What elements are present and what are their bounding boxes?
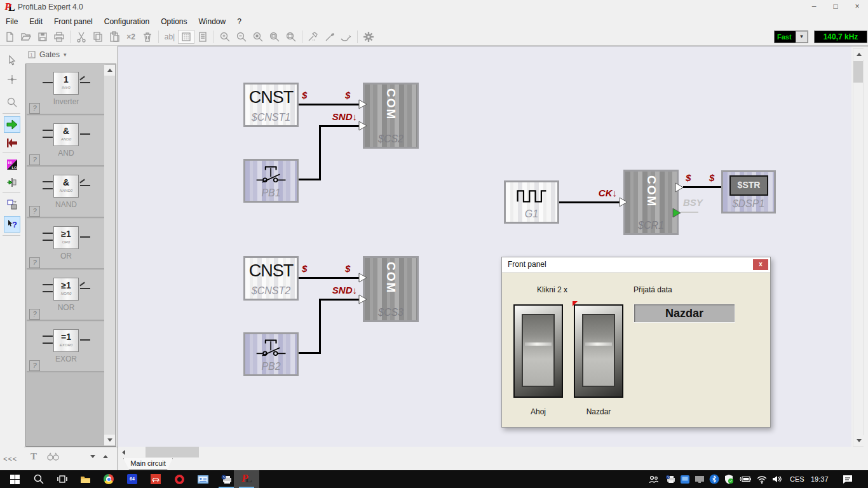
chrome-icon[interactable] <box>99 470 118 488</box>
front-panel-close-button[interactable]: x <box>753 259 768 270</box>
volume-icon[interactable] <box>769 470 785 488</box>
palette-item-nor[interactable]: ≥1 NOR0 NOR ? <box>27 270 105 321</box>
move-up-icon[interactable] <box>103 455 108 458</box>
datasheet-icon[interactable] <box>194 30 211 44</box>
floppy64-app-icon[interactable]: 64 <box>123 470 142 488</box>
palette-item-nand[interactable]: & NAND0 NAND ? <box>27 167 105 218</box>
block-dsp1[interactable]: $STR $DSP1 <box>721 170 776 214</box>
red-app-icon[interactable] <box>146 470 165 488</box>
palette-header[interactable]: 1 Gates ▾ <box>24 46 118 64</box>
scroll-down-icon[interactable] <box>853 435 864 446</box>
move-down-icon[interactable] <box>90 455 95 458</box>
menu-file[interactable]: File <box>0 15 24 28</box>
cut-icon[interactable] <box>73 30 90 44</box>
block-pb2[interactable]: PB2 <box>243 332 299 376</box>
menu-window[interactable]: Window <box>193 15 231 28</box>
help-button[interactable]: ? <box>29 206 40 217</box>
block-g1[interactable]: G1 <box>504 180 559 224</box>
tab-main-circuit[interactable]: Main circuit <box>123 458 173 470</box>
zoom-out-icon[interactable] <box>233 30 250 44</box>
help-button[interactable]: ? <box>29 360 40 371</box>
vertical-scroll-thumb[interactable] <box>853 61 863 83</box>
switch-nazdar[interactable] <box>574 304 623 398</box>
scroll-up-icon[interactable] <box>853 49 864 60</box>
opera-icon[interactable] <box>170 470 189 488</box>
connector-pin-icon[interactable] <box>4 174 20 191</box>
language-indicator[interactable]: CES <box>790 475 804 483</box>
task-view-icon[interactable] <box>53 470 72 488</box>
settings-gear-icon[interactable] <box>360 30 377 44</box>
probe-icon[interactable] <box>338 30 355 44</box>
start-button[interactable] <box>5 470 24 488</box>
text-label-icon[interactable]: ab| <box>161 30 178 44</box>
help-button[interactable]: ? <box>29 309 40 320</box>
paste-icon[interactable] <box>106 30 123 44</box>
block-cnst1[interactable]: CNST $CNST1 <box>243 83 299 127</box>
block-cr1[interactable]: COM $CR1 <box>623 170 679 235</box>
file-explorer-icon[interactable] <box>76 470 95 488</box>
menu-options[interactable]: Options <box>155 15 193 28</box>
run-simulation-icon[interactable] <box>4 116 20 133</box>
wifi-icon[interactable] <box>754 470 770 488</box>
zoom-region-icon[interactable] <box>266 30 283 44</box>
palette-item-and[interactable]: & AND0 AND ? <box>27 116 105 166</box>
text-tool-button[interactable]: T <box>31 451 37 462</box>
print-spooler-app-icon[interactable] <box>217 470 236 488</box>
collapse-palette-button[interactable]: <<< <box>3 455 17 463</box>
stop-simulation-icon[interactable] <box>4 135 20 151</box>
taskbar-profilab-active[interactable]: L P <box>234 470 259 488</box>
help-button[interactable]: ? <box>29 154 40 165</box>
people-icon[interactable] <box>646 470 662 488</box>
context-help-icon[interactable]: ? <box>4 216 20 233</box>
clock[interactable]: 19:37 <box>811 475 829 483</box>
scroll-left-icon[interactable] <box>118 447 129 458</box>
copy-icon[interactable] <box>90 30 106 44</box>
block-cs2[interactable]: COM $CS2 <box>363 83 419 149</box>
circuit-canvas[interactable]: CNST $CNST1 COM $CS2 PB1 $ $ SND↓ CNST $… <box>118 46 868 470</box>
speed-dropdown-icon[interactable]: ▼ <box>796 31 808 43</box>
palette-dropdown-icon[interactable]: ▾ <box>64 51 67 58</box>
palette-scrollbar[interactable] <box>104 65 115 445</box>
vertical-scrollbar[interactable] <box>853 48 864 447</box>
action-center-icon[interactable] <box>839 470 857 488</box>
help-button[interactable]: ? <box>29 103 40 114</box>
block-pb1[interactable]: PB1 <box>243 159 299 203</box>
search-component-icon[interactable] <box>47 452 60 463</box>
switch-ahoj[interactable] <box>513 304 563 398</box>
menu-configuration[interactable]: Configuration <box>98 15 155 28</box>
defender-shield-icon[interactable] <box>721 470 737 488</box>
front-panel-window[interactable]: Front panel x Klikni 2 x Přijatá data Na… <box>501 257 771 428</box>
logic-levels-icon[interactable]: HILO <box>4 156 20 173</box>
palette-item-exor[interactable]: =1 EXOR0 EXOR ? <box>27 322 105 372</box>
tools-icon[interactable] <box>322 30 338 44</box>
scroll-down-icon[interactable] <box>104 435 115 445</box>
minimize-button[interactable]: – <box>803 0 825 14</box>
select-cursor-icon[interactable] <box>4 52 20 69</box>
palette-item-inverter[interactable]: 1 INV0 Inverter ? <box>27 64 105 115</box>
search-icon[interactable] <box>29 470 48 488</box>
horizontal-scroll-thumb[interactable] <box>146 447 199 458</box>
delete-icon[interactable] <box>139 30 156 44</box>
scroll-up-icon[interactable] <box>104 65 115 76</box>
zoom-fit-icon[interactable] <box>283 30 299 44</box>
menu-edit[interactable]: Edit <box>24 15 48 28</box>
horizontal-scrollbar[interactable] <box>118 447 849 458</box>
block-cs3[interactable]: COM $CS3 <box>363 256 419 322</box>
new-file-icon[interactable] <box>1 30 18 44</box>
open-file-icon[interactable] <box>18 30 34 44</box>
palette-item-or[interactable]: ≥1 OR0 OR ? <box>27 219 105 269</box>
help-button[interactable]: ? <box>29 257 40 268</box>
zoom-in-icon[interactable] <box>217 30 233 44</box>
battery-icon[interactable] <box>736 470 754 488</box>
menu-front-panel[interactable]: Front panel <box>48 15 98 28</box>
zoom-selection-icon[interactable] <box>250 30 266 44</box>
duplicate-icon[interactable]: ×2 <box>123 30 139 44</box>
print-icon[interactable] <box>51 30 67 44</box>
grid-toggle-icon[interactable] <box>178 30 194 44</box>
bring-to-front-icon[interactable] <box>4 196 20 213</box>
close-button[interactable]: × <box>846 0 868 14</box>
zoom-tool-icon[interactable] <box>4 94 20 111</box>
maximize-button[interactable]: □ <box>825 0 846 14</box>
front-panel-titlebar[interactable]: Front panel <box>502 257 770 273</box>
block-cnst2[interactable]: CNST $CNST2 <box>243 256 299 301</box>
